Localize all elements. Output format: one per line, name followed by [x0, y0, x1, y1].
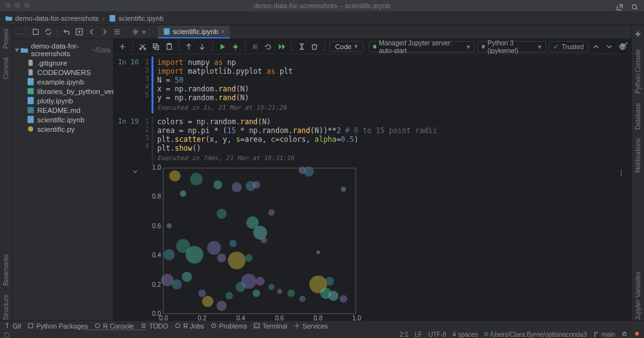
data-point — [207, 241, 221, 255]
file-icon — [27, 59, 35, 67]
breadcrumb-project[interactable]: demo-data-for-screenshots — [15, 15, 98, 22]
tree-item[interactable]: CODEOWNERS — [13, 67, 113, 77]
back-icon[interactable] — [86, 26, 97, 38]
database-tool[interactable]: Database — [635, 103, 641, 130]
editor: Code ▾ Managed Jupyter server: auto-star… — [114, 39, 631, 320]
undo-icon[interactable] — [61, 26, 72, 38]
code-cell[interactable]: In 191234colors = np.random.rand(N)area … — [114, 114, 631, 164]
data-point — [217, 254, 226, 262]
close-dot[interactable] — [5, 3, 11, 8]
cut-icon[interactable] — [138, 40, 148, 53]
window-controls[interactable] — [5, 3, 30, 8]
debug-cell-icon[interactable] — [230, 40, 241, 53]
add-cell-icon[interactable] — [117, 40, 128, 53]
python-console-tool[interactable]: Python Console — [635, 49, 641, 94]
data-point — [182, 272, 192, 282]
r-jobs-tool[interactable]: R Jobs — [174, 322, 204, 330]
open-external-icon[interactable] — [614, 1, 625, 13]
svg-point-33 — [595, 332, 596, 333]
tree-item[interactable]: scientific.ipynb — [13, 115, 113, 124]
stop-icon[interactable] — [250, 40, 261, 53]
sync-icon[interactable] — [42, 26, 54, 38]
svg-rect-31 — [254, 323, 259, 328]
lock-icon[interactable] — [621, 330, 628, 338]
encoding[interactable]: UTF-8 — [429, 331, 446, 338]
save-all-icon[interactable] — [30, 26, 41, 38]
add-frame-icon[interactable] — [73, 26, 85, 38]
jupyter-variables-tool[interactable]: Jupyter Variables — [635, 272, 641, 320]
notifications-tool[interactable]: Notifications — [635, 138, 641, 172]
git-branch[interactable]: main — [593, 331, 615, 338]
editor-tab[interactable]: scientific.ipynb × — [158, 26, 230, 38]
collapse-output-icon[interactable] — [131, 168, 139, 175]
folder-icon — [20, 46, 28, 54]
paste-icon[interactable] — [164, 40, 174, 53]
indent[interactable]: 4 spaces — [453, 331, 478, 338]
structure-tool[interactable]: Structure — [3, 294, 9, 320]
variables-icon[interactable] — [296, 40, 307, 53]
settings-dropdown-icon[interactable] — [129, 26, 141, 38]
commit-tool[interactable]: Commit — [3, 57, 9, 79]
collapse-down-icon[interactable] — [604, 40, 614, 53]
terminal-tool[interactable]: Terminal — [253, 322, 287, 330]
line-sep[interactable]: LF — [415, 331, 422, 338]
move-up-icon[interactable] — [184, 40, 194, 53]
project-tree[interactable]: ▾ demo-data-for-screenshots ~/Data .giti… — [13, 39, 114, 320]
search-icon[interactable] — [629, 1, 640, 13]
data-point — [228, 252, 246, 269]
cell-type-select[interactable]: Code ▾ — [330, 41, 364, 52]
svg-rect-22 — [253, 44, 258, 49]
data-point — [169, 170, 181, 182]
services-tool[interactable]: Services — [294, 322, 328, 330]
cell-more-icon[interactable] — [615, 166, 628, 179]
tree-item[interactable]: libraries_by_python_version.csv — [13, 86, 113, 96]
status-box-icon[interactable]: ▢ — [4, 331, 9, 338]
todo-tool[interactable]: TODO — [140, 322, 168, 330]
tree-item[interactable]: .gitignore — [13, 58, 113, 67]
data-point — [325, 277, 334, 286]
close-tab-icon[interactable]: × — [221, 28, 225, 35]
file-icon — [27, 96, 35, 105]
breadcrumb-file[interactable]: scientific.ipynb — [119, 15, 164, 22]
data-point — [217, 209, 227, 219]
tree-item[interactable]: scientific.py — [13, 124, 113, 134]
list-icon[interactable] — [111, 26, 122, 38]
interpreter[interactable]: /Users/Clara.Byrne/opt/anaconda3 — [484, 331, 587, 338]
restart-icon[interactable] — [263, 40, 274, 53]
svg-point-29 — [176, 323, 180, 328]
svg-rect-36 — [623, 333, 626, 335]
run-all-icon[interactable] — [277, 40, 287, 53]
caret-position[interactable]: 2:1 — [400, 331, 408, 338]
data-point — [316, 250, 320, 254]
jupyter-server-pill[interactable]: Managed Jupyter server: auto-start▾ — [369, 41, 475, 52]
data-point — [268, 284, 275, 290]
collapse-up-icon[interactable] — [591, 40, 602, 53]
forward-icon[interactable] — [98, 26, 110, 38]
window-title: demo-data-for-screenshots – scientific.i… — [254, 2, 390, 9]
r-console-tool[interactable]: R Console — [94, 322, 134, 330]
delete-icon[interactable] — [309, 40, 320, 53]
tree-item[interactable]: plotly.ipynb — [13, 96, 113, 105]
tree-root[interactable]: ▾ demo-data-for-screenshots ~/Data — [13, 42, 113, 58]
move-down-icon[interactable] — [197, 40, 208, 53]
data-point — [261, 237, 267, 243]
code-cell[interactable]: In 1012345import numpy as npimport matpl… — [114, 54, 631, 114]
kernel-pill[interactable]: Python 3 (ipykernel)▾ — [477, 41, 546, 52]
error-indicator-icon[interactable] — [634, 330, 640, 338]
project-tool[interactable]: Project — [3, 29, 9, 49]
problems-tool[interactable]: Problems — [210, 322, 247, 330]
svg-rect-10 — [28, 88, 34, 95]
python-packages-tool[interactable]: Python Packages — [27, 322, 88, 330]
run-cell-icon[interactable] — [217, 40, 227, 53]
git-tool[interactable]: Git — [4, 322, 21, 330]
tree-item[interactable]: example.ipynb — [13, 77, 113, 86]
maximize-dot[interactable] — [24, 3, 30, 8]
svg-rect-11 — [28, 97, 34, 104]
trusted-pill[interactable]: ✓Trusted — [549, 41, 588, 52]
minimize-dot[interactable] — [15, 3, 20, 8]
ai-icon[interactable] — [633, 29, 644, 40]
bookmarks-tool[interactable]: Bookmarks — [3, 254, 9, 286]
tree-item[interactable]: README.md — [13, 105, 113, 115]
svg-point-21 — [234, 45, 237, 48]
copy-icon[interactable] — [150, 40, 161, 53]
